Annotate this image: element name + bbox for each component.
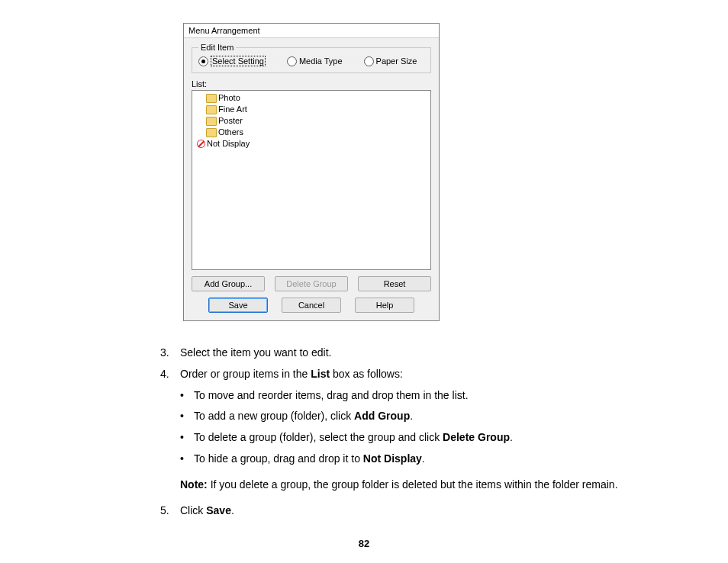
tree-item-fine-art[interactable]: Fine Art — [205, 104, 429, 115]
folder-icon — [206, 105, 217, 114]
delete-group-button[interactable]: Delete Group — [275, 276, 348, 291]
add-group-button[interactable]: Add Group... — [192, 276, 265, 291]
radio-paper-size[interactable]: Paper Size — [364, 56, 417, 66]
bullet-2: • To add a new group (folder), click Add… — [180, 407, 667, 426]
step-3: 3. Select the item you want to edit. — [160, 344, 667, 362]
tree-item-poster[interactable]: Poster — [205, 115, 429, 127]
radio-icon — [198, 56, 208, 66]
group-legend: Edit Item — [198, 43, 236, 52]
step-5: 5. Click Save. — [160, 502, 667, 520]
page-number: 82 — [0, 538, 728, 549]
tree-item-others[interactable]: Others — [205, 127, 429, 138]
reset-button[interactable]: Reset — [358, 276, 431, 291]
radio-icon — [364, 56, 374, 66]
radio-icon — [287, 56, 297, 66]
save-button[interactable]: Save — [208, 298, 268, 313]
instructions: 3. Select the item you want to edit. 4. … — [160, 344, 667, 520]
folder-icon — [206, 128, 217, 137]
radio-select-setting[interactable]: Select Setting — [198, 56, 266, 66]
list-label: List: — [192, 79, 431, 88]
bullet-3: • To delete a group (folder), select the… — [180, 429, 667, 447]
folder-icon — [206, 94, 217, 103]
help-button[interactable]: Help — [355, 298, 414, 313]
cancel-button[interactable]: Cancel — [282, 298, 341, 313]
radio-media-type[interactable]: Media Type — [287, 56, 343, 66]
dialog-title: Menu Arrangement — [184, 24, 439, 38]
menu-arrangement-dialog: Menu Arrangement Edit Item Select Settin… — [183, 23, 440, 321]
not-display-icon — [197, 140, 205, 148]
tree-item-not-display[interactable]: Not Display — [195, 138, 429, 150]
step-4: 4. Order or group items in the List box … — [160, 365, 667, 384]
bullet-1: • To move and reorder items, drag and dr… — [180, 387, 667, 405]
note: Note: If you delete a group, the group f… — [180, 476, 667, 494]
bullet-4: • To hide a group, drag and drop it to N… — [180, 450, 667, 468]
folder-icon — [206, 117, 217, 126]
tree-item-photo[interactable]: Photo — [205, 92, 429, 104]
edit-item-group: Edit Item Select Setting Media Type P — [192, 47, 431, 73]
list-box[interactable]: Photo Fine Art Poster Others — [192, 90, 431, 270]
